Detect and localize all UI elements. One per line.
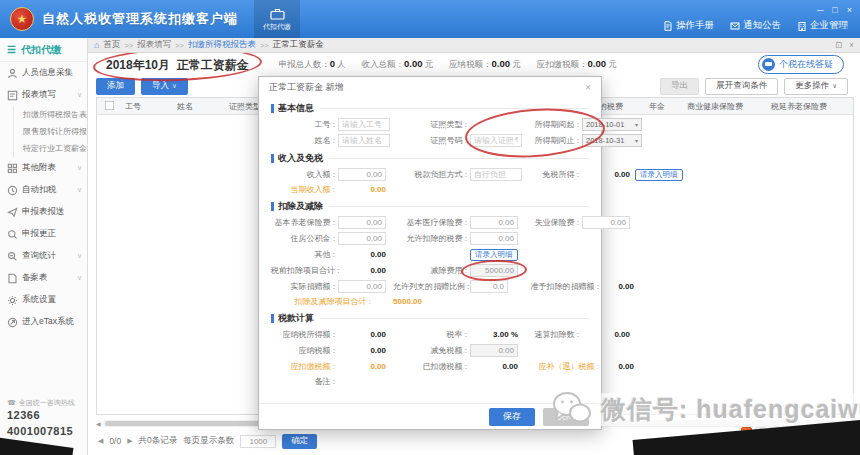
page-indicator: 0/0 xyxy=(109,436,121,446)
sidebar-item-other-schedules[interactable]: 其他附表 ∨ xyxy=(0,157,87,179)
sidebar-title: 代扣代缴 xyxy=(21,43,61,57)
module-tab-withholding[interactable]: 代扣代缴 xyxy=(254,0,300,38)
breadcrumb-item-report-fill[interactable]: 报表填写 xyxy=(137,39,171,51)
tax-qa-button[interactable]: 个税在线答疑 xyxy=(758,55,844,74)
period-start-select[interactable]: 2018-10-01▾ xyxy=(582,118,642,131)
expand-query-button[interactable]: 展开查询条件 xyxy=(705,78,778,95)
document-icon xyxy=(663,21,673,31)
magnifier-icon xyxy=(7,229,18,240)
pension-input[interactable] xyxy=(338,216,386,229)
remark-input[interactable] xyxy=(393,376,589,396)
sidebar-item-declaration-correct[interactable]: 申报更正 xyxy=(0,223,87,245)
file-icon xyxy=(7,273,18,284)
breadcrumb-item-current: 正常工资薪金 xyxy=(273,39,324,51)
taxfree-detail-button[interactable]: 请录入明细 xyxy=(635,169,683,181)
sidebar-item-declaration-submit[interactable]: 申报表报送 xyxy=(0,201,87,223)
export-button[interactable]: 导出 xyxy=(660,78,699,95)
app-header: ★ 自然人税收管理系统扣缴客户端 代扣代缴 ─ □ × 操作手册 通知公告 xyxy=(0,0,860,38)
breadcrumb-separator: >> xyxy=(124,41,133,50)
sidebar-subitem-restricted-shares-report[interactable]: 限售股转让所得报告表 xyxy=(14,123,87,140)
header-link-manual[interactable]: 操作手册 xyxy=(663,19,714,32)
sidebar-item-filing-forms[interactable]: 备案表 ∨ xyxy=(0,267,87,289)
donation-input[interactable] xyxy=(338,280,386,293)
breadcrumb: ⌂ 首页 >> 报表填写 >> 扣缴所得税报告表 >> 正常工资薪金 ⊡ × xyxy=(88,38,860,53)
unemployment-input[interactable] xyxy=(582,216,630,229)
gear-icon xyxy=(7,295,18,306)
module-tab-label: 代扣代缴 xyxy=(263,22,291,32)
save-button[interactable]: 保存 xyxy=(489,408,535,426)
window-close-button[interactable]: × xyxy=(847,5,852,15)
housing-fund-input[interactable] xyxy=(338,232,386,245)
page-size-confirm-button[interactable]: 确定 xyxy=(282,434,317,449)
allowed-donation-value: 0.00 xyxy=(602,282,634,291)
chevron-down-icon: ∨ xyxy=(77,186,82,194)
tab-close-icon[interactable]: × xyxy=(849,40,854,50)
hotline-block: ☎ 全国统一咨询热线 12366 4001007815 xyxy=(7,398,75,439)
period-end-select[interactable]: 2018-10-31▾ xyxy=(582,134,642,147)
deductible-taxes-input[interactable] xyxy=(470,232,518,245)
medical-input[interactable] xyxy=(470,216,518,229)
sidebar-item-enter-etax[interactable]: 进入eTax系统 xyxy=(0,311,87,333)
sidebar-item-query-statistics[interactable]: 查询统计 ∨ xyxy=(0,245,87,267)
maximize-button[interactable]: □ xyxy=(832,5,837,15)
chevron-down-icon: ▾ xyxy=(635,137,638,144)
more-actions-button[interactable]: 更多操作∨ xyxy=(784,78,848,95)
stat-declared-people: 申报总人数0人 xyxy=(279,58,346,71)
hotline-number-400: 4001007815 xyxy=(7,424,75,439)
select-all-checkbox[interactable] xyxy=(105,100,115,110)
close-button[interactable]: 关闭 xyxy=(543,408,589,426)
import-button[interactable]: 导入∨ xyxy=(141,78,188,95)
app-window: ★ 自然人税收管理系统扣缴客户端 代扣代缴 ─ □ × 操作手册 通知公告 xyxy=(0,0,860,455)
taxfree-income-value: 0.00 xyxy=(582,170,630,179)
person-icon xyxy=(7,68,18,79)
prev-page-icon[interactable]: ◀ xyxy=(98,437,103,445)
breadcrumb-separator: >> xyxy=(175,41,184,50)
standard-deduction-input[interactable] xyxy=(470,264,518,277)
add-button[interactable]: 添加 xyxy=(96,78,135,95)
hotline-label: 全国统一咨询热线 xyxy=(19,398,75,408)
sidebar-item-personnel-info[interactable]: 人员信息采集 xyxy=(0,62,87,84)
header-link-notices[interactable]: 通知公告 xyxy=(730,19,781,32)
income-input[interactable] xyxy=(338,168,386,181)
dialog-close-icon[interactable]: × xyxy=(585,82,591,93)
chevron-down-icon: ∨ xyxy=(77,274,82,282)
chevron-down-icon: ∨ xyxy=(77,164,82,172)
sidebar-subitem-special-industry-report[interactable]: 特定行业工资薪金报告表 xyxy=(14,140,87,157)
breadcrumb-item-home[interactable]: 首页 xyxy=(103,39,120,51)
name-input[interactable] xyxy=(338,134,390,147)
minimize-button[interactable]: ─ xyxy=(817,5,823,15)
breadcrumb-separator: >> xyxy=(260,41,269,50)
other-detail-button[interactable]: 请录入明细 xyxy=(470,249,518,261)
column-header-name: 姓名 xyxy=(175,101,227,112)
page-size-input[interactable] xyxy=(240,435,276,448)
other-deduction-value: 0.00 xyxy=(338,250,386,259)
star-icon: ★ xyxy=(17,12,28,26)
tab-expand-icon[interactable]: ⊡ xyxy=(835,40,842,50)
sidebar-item-report-fill[interactable]: 报表填写 ∨ xyxy=(0,84,87,106)
chevron-down-icon: ▾ xyxy=(635,121,638,128)
pretax-deduction-total: 0.00 xyxy=(338,266,386,275)
breadcrumb-item-withholding-report[interactable]: 扣缴所得税报告表 xyxy=(188,39,256,51)
tax-balance-value: 0.00 xyxy=(602,362,634,371)
tax-burden-input[interactable] xyxy=(470,168,522,181)
sidebar-item-auto-withholding[interactable]: 自动扣税 ∨ xyxy=(0,179,87,201)
home-icon[interactable]: ⌂ xyxy=(94,40,99,50)
sidebar-subitem-withholding-tax-report[interactable]: 扣缴所得税报告表 xyxy=(14,106,87,123)
header-link-enterprise[interactable]: 企业管理 xyxy=(797,19,848,32)
hamburger-icon[interactable]: ☰ xyxy=(7,44,16,55)
dialog-title-bar: 正常工资薪金 新增 × xyxy=(259,77,601,97)
external-link-icon xyxy=(7,317,18,328)
donation-ratio-input[interactable] xyxy=(470,280,508,293)
emp-no-input[interactable] xyxy=(338,118,390,131)
next-page-icon[interactable]: ▶ xyxy=(127,437,132,445)
cert-no-input[interactable] xyxy=(470,134,522,147)
scroll-left-icon[interactable]: ◀ xyxy=(96,420,101,427)
deduction-total-value: 5000.00 xyxy=(374,297,422,306)
stat-tax-payable: 应纳税额0.00元 xyxy=(449,58,521,71)
sidebar-item-system-settings[interactable]: 系统设置 xyxy=(0,289,87,311)
tax-relief-input[interactable] xyxy=(470,344,518,357)
section-tax-calc: 税款计算 xyxy=(271,312,589,325)
tax-withheld-value: 0.00 xyxy=(470,362,518,371)
quick-deduction-value: 0.00 xyxy=(582,330,630,339)
envelope-icon xyxy=(730,21,740,31)
